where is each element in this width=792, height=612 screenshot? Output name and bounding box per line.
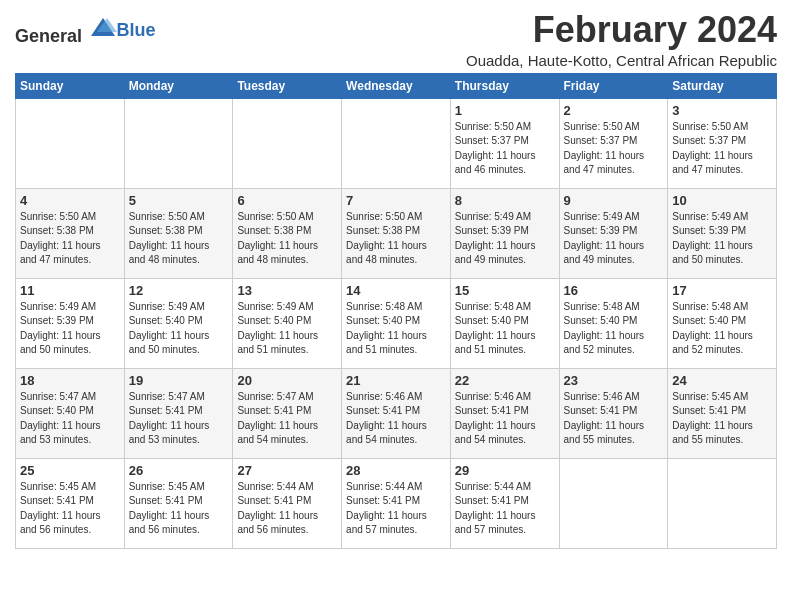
day-info: Sunrise: 5:50 AMSunset: 5:38 PMDaylight:… xyxy=(346,210,446,268)
day-number: 19 xyxy=(129,373,229,388)
calendar-cell: 13Sunrise: 5:49 AMSunset: 5:40 PMDayligh… xyxy=(233,278,342,368)
calendar-cell: 23Sunrise: 5:46 AMSunset: 5:41 PMDayligh… xyxy=(559,368,668,458)
day-number: 8 xyxy=(455,193,555,208)
day-info: Sunrise: 5:47 AMSunset: 5:41 PMDaylight:… xyxy=(237,390,337,448)
day-info: Sunrise: 5:45 AMSunset: 5:41 PMDaylight:… xyxy=(20,480,120,538)
calendar-cell: 12Sunrise: 5:49 AMSunset: 5:40 PMDayligh… xyxy=(124,278,233,368)
day-number: 12 xyxy=(129,283,229,298)
calendar-cell xyxy=(16,98,125,188)
day-info: Sunrise: 5:44 AMSunset: 5:41 PMDaylight:… xyxy=(346,480,446,538)
calendar-cell: 19Sunrise: 5:47 AMSunset: 5:41 PMDayligh… xyxy=(124,368,233,458)
calendar-week-row: 1Sunrise: 5:50 AMSunset: 5:37 PMDaylight… xyxy=(16,98,777,188)
calendar-cell: 20Sunrise: 5:47 AMSunset: 5:41 PMDayligh… xyxy=(233,368,342,458)
day-info: Sunrise: 5:50 AMSunset: 5:38 PMDaylight:… xyxy=(237,210,337,268)
day-number: 29 xyxy=(455,463,555,478)
day-info: Sunrise: 5:50 AMSunset: 5:38 PMDaylight:… xyxy=(20,210,120,268)
day-info: Sunrise: 5:50 AMSunset: 5:37 PMDaylight:… xyxy=(564,120,664,178)
day-number: 28 xyxy=(346,463,446,478)
calendar-cell: 28Sunrise: 5:44 AMSunset: 5:41 PMDayligh… xyxy=(342,458,451,548)
day-number: 3 xyxy=(672,103,772,118)
day-number: 18 xyxy=(20,373,120,388)
logo-blue: Blue xyxy=(117,20,156,40)
day-info: Sunrise: 5:44 AMSunset: 5:41 PMDaylight:… xyxy=(455,480,555,538)
day-info: Sunrise: 5:46 AMSunset: 5:41 PMDaylight:… xyxy=(346,390,446,448)
day-number: 2 xyxy=(564,103,664,118)
day-header-monday: Monday xyxy=(124,73,233,98)
day-number: 4 xyxy=(20,193,120,208)
calendar-cell: 6Sunrise: 5:50 AMSunset: 5:38 PMDaylight… xyxy=(233,188,342,278)
calendar-cell: 25Sunrise: 5:45 AMSunset: 5:41 PMDayligh… xyxy=(16,458,125,548)
calendar-cell: 1Sunrise: 5:50 AMSunset: 5:37 PMDaylight… xyxy=(450,98,559,188)
day-info: Sunrise: 5:49 AMSunset: 5:39 PMDaylight:… xyxy=(672,210,772,268)
day-number: 21 xyxy=(346,373,446,388)
day-header-sunday: Sunday xyxy=(16,73,125,98)
day-number: 24 xyxy=(672,373,772,388)
day-info: Sunrise: 5:48 AMSunset: 5:40 PMDaylight:… xyxy=(346,300,446,358)
day-number: 23 xyxy=(564,373,664,388)
day-number: 5 xyxy=(129,193,229,208)
day-header-wednesday: Wednesday xyxy=(342,73,451,98)
calendar-table: SundayMondayTuesdayWednesdayThursdayFrid… xyxy=(15,73,777,549)
day-number: 10 xyxy=(672,193,772,208)
calendar-cell: 8Sunrise: 5:49 AMSunset: 5:39 PMDaylight… xyxy=(450,188,559,278)
day-number: 14 xyxy=(346,283,446,298)
calendar-cell: 24Sunrise: 5:45 AMSunset: 5:41 PMDayligh… xyxy=(668,368,777,458)
day-info: Sunrise: 5:48 AMSunset: 5:40 PMDaylight:… xyxy=(455,300,555,358)
calendar-cell: 26Sunrise: 5:45 AMSunset: 5:41 PMDayligh… xyxy=(124,458,233,548)
calendar-cell: 5Sunrise: 5:50 AMSunset: 5:38 PMDaylight… xyxy=(124,188,233,278)
day-info: Sunrise: 5:46 AMSunset: 5:41 PMDaylight:… xyxy=(455,390,555,448)
day-info: Sunrise: 5:48 AMSunset: 5:40 PMDaylight:… xyxy=(564,300,664,358)
day-info: Sunrise: 5:49 AMSunset: 5:40 PMDaylight:… xyxy=(237,300,337,358)
calendar-header-row: SundayMondayTuesdayWednesdayThursdayFrid… xyxy=(16,73,777,98)
day-number: 6 xyxy=(237,193,337,208)
day-header-thursday: Thursday xyxy=(450,73,559,98)
calendar-cell: 9Sunrise: 5:49 AMSunset: 5:39 PMDaylight… xyxy=(559,188,668,278)
logo: General Blue xyxy=(15,14,156,47)
calendar-cell: 7Sunrise: 5:50 AMSunset: 5:38 PMDaylight… xyxy=(342,188,451,278)
day-info: Sunrise: 5:50 AMSunset: 5:37 PMDaylight:… xyxy=(672,120,772,178)
day-header-tuesday: Tuesday xyxy=(233,73,342,98)
day-header-saturday: Saturday xyxy=(668,73,777,98)
calendar-cell: 29Sunrise: 5:44 AMSunset: 5:41 PMDayligh… xyxy=(450,458,559,548)
calendar-cell xyxy=(342,98,451,188)
location-subtitle: Ouadda, Haute-Kotto, Central African Rep… xyxy=(466,52,777,69)
day-info: Sunrise: 5:49 AMSunset: 5:39 PMDaylight:… xyxy=(455,210,555,268)
calendar-cell: 18Sunrise: 5:47 AMSunset: 5:40 PMDayligh… xyxy=(16,368,125,458)
title-area: February 2024 Ouadda, Haute-Kotto, Centr… xyxy=(466,10,777,69)
calendar-cell xyxy=(559,458,668,548)
day-number: 9 xyxy=(564,193,664,208)
calendar-cell xyxy=(124,98,233,188)
calendar-cell xyxy=(668,458,777,548)
calendar-body: 1Sunrise: 5:50 AMSunset: 5:37 PMDaylight… xyxy=(16,98,777,548)
day-number: 26 xyxy=(129,463,229,478)
calendar-cell: 3Sunrise: 5:50 AMSunset: 5:37 PMDaylight… xyxy=(668,98,777,188)
calendar-cell: 16Sunrise: 5:48 AMSunset: 5:40 PMDayligh… xyxy=(559,278,668,368)
calendar-cell: 22Sunrise: 5:46 AMSunset: 5:41 PMDayligh… xyxy=(450,368,559,458)
calendar-cell: 21Sunrise: 5:46 AMSunset: 5:41 PMDayligh… xyxy=(342,368,451,458)
calendar-cell: 11Sunrise: 5:49 AMSunset: 5:39 PMDayligh… xyxy=(16,278,125,368)
calendar-week-row: 4Sunrise: 5:50 AMSunset: 5:38 PMDaylight… xyxy=(16,188,777,278)
day-number: 27 xyxy=(237,463,337,478)
calendar-cell: 14Sunrise: 5:48 AMSunset: 5:40 PMDayligh… xyxy=(342,278,451,368)
logo-icon xyxy=(89,14,117,42)
header: General Blue February 2024 Ouadda, Haute… xyxy=(15,10,777,69)
calendar-cell: 15Sunrise: 5:48 AMSunset: 5:40 PMDayligh… xyxy=(450,278,559,368)
calendar-week-row: 25Sunrise: 5:45 AMSunset: 5:41 PMDayligh… xyxy=(16,458,777,548)
day-info: Sunrise: 5:46 AMSunset: 5:41 PMDaylight:… xyxy=(564,390,664,448)
calendar-week-row: 11Sunrise: 5:49 AMSunset: 5:39 PMDayligh… xyxy=(16,278,777,368)
day-number: 11 xyxy=(20,283,120,298)
day-number: 1 xyxy=(455,103,555,118)
day-info: Sunrise: 5:44 AMSunset: 5:41 PMDaylight:… xyxy=(237,480,337,538)
day-number: 22 xyxy=(455,373,555,388)
month-year-title: February 2024 xyxy=(466,10,777,50)
day-info: Sunrise: 5:50 AMSunset: 5:38 PMDaylight:… xyxy=(129,210,229,268)
day-info: Sunrise: 5:45 AMSunset: 5:41 PMDaylight:… xyxy=(672,390,772,448)
day-info: Sunrise: 5:48 AMSunset: 5:40 PMDaylight:… xyxy=(672,300,772,358)
day-info: Sunrise: 5:49 AMSunset: 5:40 PMDaylight:… xyxy=(129,300,229,358)
day-number: 25 xyxy=(20,463,120,478)
day-number: 13 xyxy=(237,283,337,298)
calendar-week-row: 18Sunrise: 5:47 AMSunset: 5:40 PMDayligh… xyxy=(16,368,777,458)
day-info: Sunrise: 5:45 AMSunset: 5:41 PMDaylight:… xyxy=(129,480,229,538)
day-number: 7 xyxy=(346,193,446,208)
calendar-cell: 27Sunrise: 5:44 AMSunset: 5:41 PMDayligh… xyxy=(233,458,342,548)
